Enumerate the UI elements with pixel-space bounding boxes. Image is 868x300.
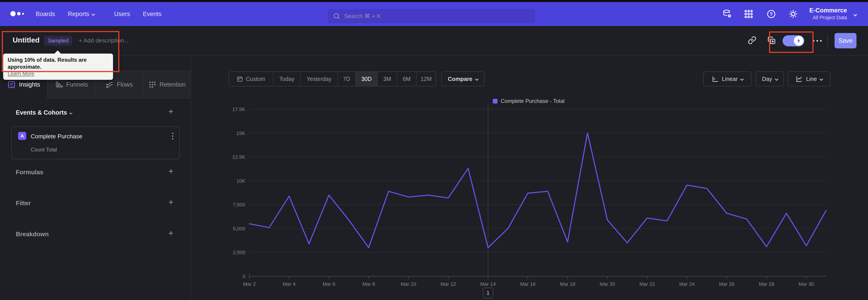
chevron-down-icon (475, 77, 478, 81)
tooltip-text: Using 10% of data. Results are approxima… (8, 56, 108, 70)
lightning-bolt-icon (796, 38, 802, 44)
learn-more-link[interactable]: Learn More (8, 70, 108, 77)
range-12m[interactable]: 12M (416, 72, 436, 86)
add-description-field[interactable]: + Add description... (79, 37, 129, 44)
tab-retention[interactable]: Retention (143, 71, 191, 98)
range-today[interactable]: Today (273, 72, 300, 86)
report-header: Untitled Sampled + Add description... Sa… (0, 26, 868, 56)
tooltip-arrow (54, 51, 61, 54)
svg-text:Mar 8: Mar 8 (362, 281, 375, 287)
events-cohorts-header[interactable]: Events & Cohorts (16, 109, 72, 116)
granularity-dropdown[interactable]: Day (756, 71, 784, 86)
more-options-button[interactable] (813, 40, 822, 41)
svg-text:Mar 4: Mar 4 (283, 281, 296, 287)
svg-text:Mar 20: Mar 20 (600, 281, 615, 287)
range-30d[interactable]: 30D (355, 72, 377, 86)
add-filter-button[interactable]: + (166, 198, 176, 207)
event-aggregation[interactable]: Count Total (31, 147, 57, 153)
range-6m[interactable]: 6M (397, 72, 416, 86)
svg-text:Mar 2: Mar 2 (243, 281, 256, 287)
event-letter-badge: A (18, 132, 26, 140)
svg-text:Mar 12: Mar 12 (440, 281, 456, 287)
report-title[interactable]: Untitled (13, 36, 39, 44)
settings-gear-icon[interactable] (788, 9, 798, 19)
svg-text:?: ? (770, 11, 773, 17)
svg-text:2,500: 2,500 (233, 249, 245, 255)
line-chart[interactable]: 02,5005,0007,50010K12.5K15K17.5KMar 2Mar… (215, 97, 868, 300)
window-top-strip (0, 0, 868, 2)
nav-item-events[interactable]: Events (143, 2, 162, 26)
svg-text:12.5K: 12.5K (232, 154, 246, 160)
save-button[interactable]: Save (835, 33, 857, 49)
event-card-complete-purchase[interactable]: A Complete Purchase Count Total (11, 126, 180, 159)
chevron-down-icon (819, 77, 823, 81)
range-yesterday[interactable]: Yesterday (300, 72, 338, 86)
svg-text:10K: 10K (237, 178, 245, 184)
duplicate-icon[interactable] (767, 36, 776, 44)
nav-item-reports[interactable]: Reports (68, 2, 94, 26)
svg-text:Mar 6: Mar 6 (322, 281, 335, 287)
chart-type-dropdown[interactable]: Line (788, 71, 831, 86)
svg-text:Mar 14: Mar 14 (480, 281, 496, 287)
breakdown-header: Breakdown (16, 231, 49, 238)
formulas-header: Formulas (16, 169, 43, 176)
svg-text:Mar 24: Mar 24 (679, 281, 694, 287)
funnels-icon (55, 81, 63, 89)
svg-text:Mar 28: Mar 28 (759, 281, 774, 287)
chart-panel: Custom Today Yesterday 7D 30D 3M 6M 12M … (191, 56, 868, 300)
calendar-icon (237, 76, 243, 82)
range-3m[interactable]: 3M (377, 72, 397, 86)
project-selector[interactable]: E-Commerce All Project Data (804, 6, 847, 21)
event-menu-button[interactable] (172, 133, 174, 140)
flows-icon (105, 81, 114, 89)
pagination-page-1[interactable]: 1 (483, 288, 493, 298)
add-event-button[interactable]: + (166, 108, 176, 116)
svg-text:15K: 15K (237, 130, 245, 136)
search-input[interactable]: Search ⌘ + K (328, 9, 535, 23)
svg-text:Mar 16: Mar 16 (520, 281, 535, 287)
help-icon[interactable]: ? (766, 9, 776, 19)
toggle-knob (794, 36, 804, 46)
range-custom[interactable]: Custom (229, 72, 273, 86)
filter-header: Filter (16, 200, 31, 207)
chevron-down-icon (91, 12, 95, 16)
apps-grid-icon[interactable] (744, 9, 754, 19)
line-chart-icon (796, 75, 803, 83)
top-nav-bar: Boards Reports Users Events Search ⌘ + K… (0, 2, 868, 26)
svg-text:Mar 30: Mar 30 (799, 281, 814, 287)
insights-icon (7, 80, 16, 89)
sampling-toggle[interactable] (782, 35, 804, 46)
chevron-down-icon (854, 13, 857, 17)
add-breakdown-button[interactable]: + (166, 229, 176, 238)
project-scope: All Project Data (804, 14, 847, 21)
data-management-icon[interactable] (722, 9, 732, 19)
svg-text:Mar 22: Mar 22 (640, 281, 655, 287)
search-placeholder: Search ⌘ + K (344, 13, 381, 20)
compare-button[interactable]: Compare (441, 71, 485, 86)
date-range-control: Custom Today Yesterday 7D 30D 3M 6M 12M (228, 71, 436, 86)
share-link-icon[interactable] (748, 36, 756, 44)
event-name[interactable]: Complete Purchase (31, 133, 82, 140)
svg-text:0: 0 (243, 274, 245, 279)
nav-item-users[interactable]: Users (114, 2, 130, 26)
svg-text:Mar 10: Mar 10 (401, 281, 416, 287)
query-sidebar: Insights Funnels Flows (0, 56, 191, 300)
svg-text:Mar 26: Mar 26 (719, 281, 735, 287)
nav-item-boards[interactable]: Boards (36, 2, 55, 26)
svg-text:Mar 18: Mar 18 (560, 281, 575, 287)
mixpanel-logo-icon[interactable] (10, 11, 24, 16)
project-name: E-Commerce (804, 6, 847, 14)
linear-scale-icon (712, 75, 719, 83)
svg-text:7,500: 7,500 (233, 202, 245, 208)
add-formula-button[interactable]: + (166, 167, 176, 176)
chevron-down-icon (69, 112, 72, 114)
sampling-tooltip: Using 10% of data. Results are approxima… (3, 54, 113, 80)
sampled-badge[interactable]: Sampled (44, 36, 72, 46)
range-7d[interactable]: 7D (338, 72, 355, 86)
retention-icon (148, 81, 156, 89)
scale-dropdown[interactable]: Linear (703, 71, 752, 86)
chevron-down-icon (740, 77, 744, 81)
search-icon (333, 12, 340, 20)
chevron-down-icon (775, 77, 778, 81)
svg-text:17.5K: 17.5K (232, 107, 246, 112)
